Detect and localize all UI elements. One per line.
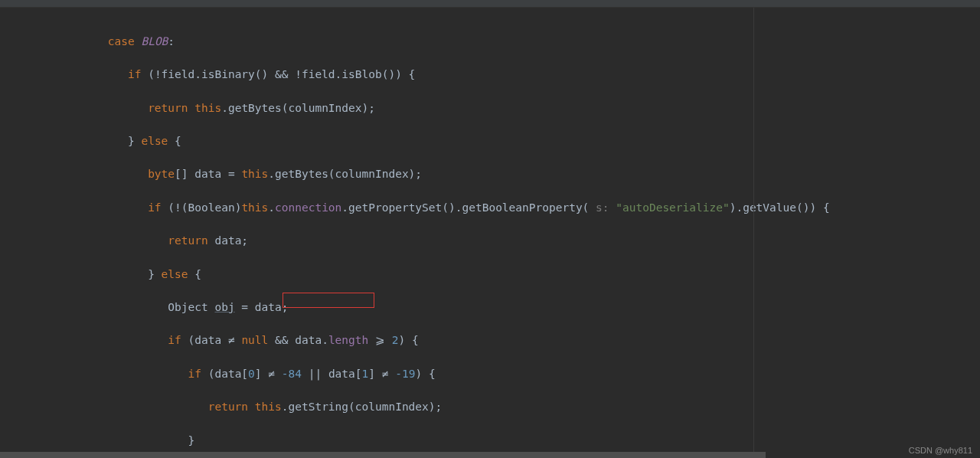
code-line: if (!field.isBinary() && !field.isBlob()…	[0, 67, 980, 83]
code-line: if (!(Boolean)this.connection.getPropert…	[0, 200, 980, 217]
code-line: } else {	[0, 133, 980, 150]
code-line: return this.getString(columnIndex);	[0, 399, 980, 416]
code-line: Object obj = data;	[0, 299, 980, 316]
code-line: case BLOB:	[0, 34, 980, 51]
code-line: return this.getBytes(columnIndex);	[0, 100, 980, 117]
code-line: } else {	[0, 267, 980, 283]
code-line: return data;	[0, 233, 980, 250]
code-line: byte[] data = this.getBytes(columnIndex)…	[0, 166, 980, 183]
horizontal-scrollbar[interactable]	[0, 452, 980, 458]
horizontal-scrollthumb[interactable]	[0, 452, 766, 458]
right-margin-guide	[753, 8, 754, 458]
code-line: }	[0, 433, 980, 450]
watermark-text: CSDN @why811	[909, 446, 972, 455]
find-toolbar	[0, 0, 980, 8]
code-line: if (data[0] ≠ -84 || data[1] ≠ -19) {	[0, 366, 980, 383]
code-editor[interactable]: case BLOB: if (!field.isBinary() && !fie…	[0, 8, 980, 458]
code-line: if (data ≠ null && data.length ⩾ 2) {	[0, 332, 980, 349]
